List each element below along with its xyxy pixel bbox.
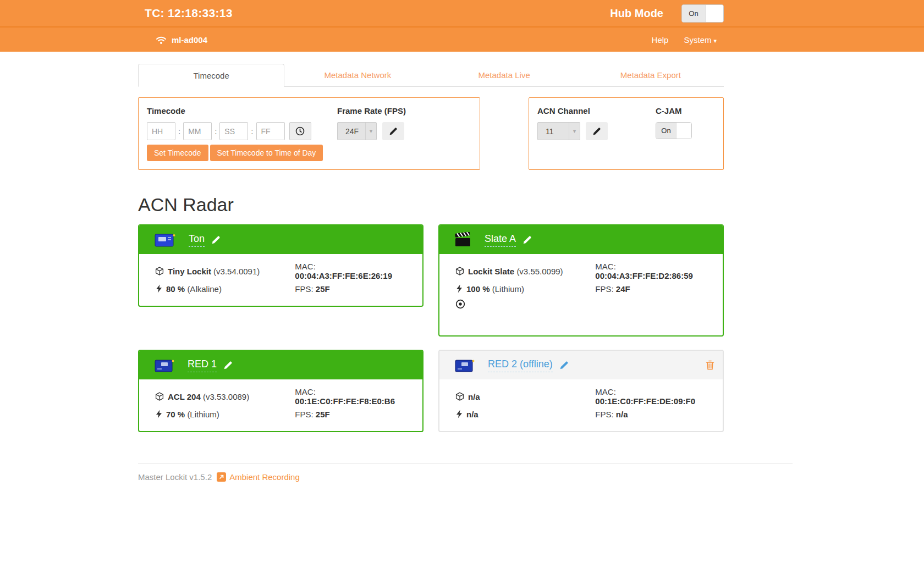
mac-label: MAC: [295, 262, 316, 271]
mac-label: MAC: [595, 262, 616, 271]
timecode-mm-input[interactable] [183, 122, 212, 140]
record-icon [455, 299, 465, 309]
device-fps: n/a [616, 410, 628, 419]
pencil-icon [592, 127, 601, 136]
fps-label: FPS: [295, 410, 313, 419]
device-info-row: Tiny Lockit (v3.54.0091) MAC: 00:04:A3:F… [155, 262, 414, 280]
device-fps: 25F [316, 410, 330, 419]
set-timecode-tod-button[interactable]: Set Timecode to Time of Day [210, 145, 323, 161]
device-rename-control[interactable]: RED 1 [188, 359, 233, 372]
timecode-panel: Timecode : : : [138, 97, 480, 170]
top-navbar: TC: 12:18:33:13 Hub Mode On [0, 0, 924, 27]
device-model: n/a [468, 392, 480, 401]
device-card-slate-a: Slate A Lockit Slate (v3.55.0099) MAC: 0… [438, 224, 724, 337]
device-name: Slate A [485, 233, 516, 247]
mac-label: MAC: [295, 387, 316, 396]
frame-rate-edit-button[interactable] [382, 122, 404, 140]
device-card-header: Ton [139, 225, 422, 254]
device-card-header: RED 2 (offline) [439, 351, 723, 379]
lockit-device-image [455, 358, 475, 373]
frame-rate-value: 24F [338, 127, 365, 136]
device-card-header: RED 1 [139, 351, 422, 379]
device-cards: Ton Tiny Lockit (v3.54.0091) MAC: 00:04:… [138, 224, 724, 432]
timecode-ss-input[interactable] [219, 122, 248, 140]
timecode-panel-title: Timecode [147, 106, 337, 115]
hub-mode-toggle[interactable]: On [681, 4, 724, 23]
trash-icon [706, 360, 714, 370]
clock-button[interactable] [289, 122, 311, 140]
ambient-recording-link[interactable]: Ambient Recording [217, 472, 300, 482]
cube-icon [455, 267, 464, 275]
device-card-red-2: RED 2 (offline) [438, 350, 724, 432]
device-rename-control[interactable]: Ton [189, 233, 221, 247]
timecode-hh-input[interactable] [147, 122, 175, 140]
device-mac: 00:04:A3:FF:FE:6E:26:19 [295, 271, 392, 280]
page-footer: Master Lockit v1.5.2 Ambient Recording [138, 463, 793, 504]
acn-channel-edit-button[interactable] [586, 122, 608, 140]
battery-type: (Lithium) [187, 410, 219, 419]
device-status-row: n/a FPS: n/a [455, 406, 714, 422]
help-link[interactable]: Help [652, 35, 669, 45]
external-link-icon [217, 472, 226, 482]
pencil-icon [522, 235, 532, 245]
device-name: Ton [189, 233, 205, 247]
lockit-device-image [155, 232, 175, 247]
fps-label: FPS: [595, 410, 613, 419]
battery-level: n/a [466, 410, 479, 419]
battery-level: 80 % [166, 284, 185, 294]
hub-mode-on-label: On [682, 5, 705, 22]
delete-device-button[interactable] [706, 360, 714, 370]
chevron-down-icon: ▾ [365, 123, 376, 140]
clock-icon [295, 126, 305, 136]
fps-label: FPS: [595, 284, 613, 294]
device-rename-control[interactable]: RED 2 (offline) [488, 359, 569, 372]
frame-rate-label: Frame Rate (FPS) [337, 106, 406, 115]
acn-channel-select[interactable]: 11 ▾ [537, 122, 580, 140]
main-tabs: Timecode Metadata Network Metadata Live … [138, 64, 724, 87]
pencil-icon [389, 127, 398, 136]
device-version: (v3.54.0091) [213, 267, 260, 276]
device-version: (v3.55.0099) [516, 267, 563, 276]
cjam-label: C-JAM [656, 106, 692, 115]
device-card-body: ACL 204 (v3.53.0089) MAC: 00:1E:C0:FF:FE… [139, 379, 422, 431]
device-mac: 00:04:A3:FF:FE:D2:86:59 [595, 271, 693, 280]
device-info-row: ACL 204 (v3.53.0089) MAC: 00:1E:C0:FF:FE… [155, 387, 414, 406]
cube-icon [155, 267, 164, 275]
device-status-row: 100 % (Lithium) FPS: 24F [455, 280, 714, 297]
device-info-row: n/a MAC: 00:1E:C0:FF:FE:DE:09:F0 [455, 387, 714, 406]
battery-bolt-icon [455, 284, 463, 293]
timecode-ff-input[interactable] [256, 122, 285, 140]
battery-bolt-icon [155, 410, 162, 418]
hub-mode-label: Hub Mode [610, 7, 663, 20]
tab-metadata-export[interactable]: Metadata Export [578, 64, 724, 86]
device-name: RED 1 [188, 359, 217, 372]
device-ssid: ml-ad004 [172, 35, 207, 45]
identify-device-button[interactable] [455, 299, 465, 309]
acn-radar-heading: ACN Radar [138, 194, 724, 216]
device-mac: 00:1E:C0:FF:FE:DE:09:F0 [595, 396, 695, 406]
clapperboard-image [455, 232, 471, 247]
cjam-toggle[interactable]: On [656, 122, 692, 139]
fps-label: FPS: [295, 284, 313, 294]
device-fps: 24F [616, 284, 630, 294]
frame-rate-select[interactable]: 24F ▾ [337, 122, 377, 140]
device-card-header: Slate A [439, 225, 723, 254]
device-fps: 25F [316, 284, 330, 294]
system-menu[interactable]: System▾ [684, 35, 717, 45]
mac-label: MAC: [595, 387, 616, 396]
app-version: Master Lockit v1.5.2 [138, 472, 212, 482]
cube-icon [155, 392, 164, 401]
battery-type: (Lithium) [492, 284, 524, 294]
tab-metadata-live[interactable]: Metadata Live [431, 64, 578, 86]
chevron-down-icon: ▾ [713, 37, 717, 44]
hub-mode-toggle-knob [705, 5, 723, 22]
device-info-row: Lockit Slate (v3.55.0099) MAC: 00:04:A3:… [455, 262, 714, 280]
device-model: Tiny Lockit [168, 267, 211, 276]
cube-icon [455, 392, 464, 401]
device-card-body: Tiny Lockit (v3.54.0091) MAC: 00:04:A3:F… [139, 254, 422, 306]
device-card-body: Lockit Slate (v3.55.0099) MAC: 00:04:A3:… [439, 254, 723, 335]
tab-metadata-network[interactable]: Metadata Network [284, 64, 431, 86]
device-rename-control[interactable]: Slate A [485, 233, 532, 247]
set-timecode-button[interactable]: Set Timecode [147, 145, 208, 161]
tab-timecode[interactable]: Timecode [138, 64, 284, 87]
